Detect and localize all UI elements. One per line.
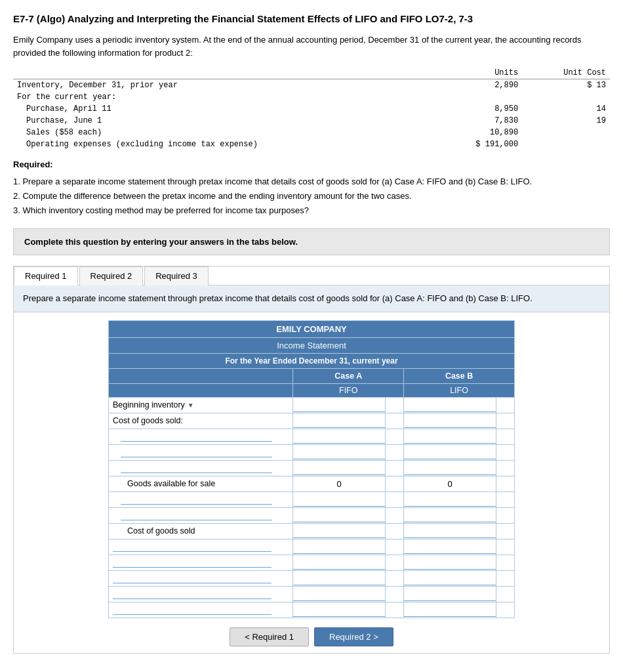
row-label-input-7[interactable]: [113, 558, 271, 568]
units-header: Units: [417, 67, 523, 79]
row-input-b-8[interactable]: [404, 555, 496, 570]
row-goods-available: Goods available for sale 0 0: [109, 476, 515, 492]
row-input-b-6[interactable]: [404, 507, 496, 523]
company-name: EMILY COMPANY: [109, 320, 515, 337]
nav-btn-required-1[interactable]: < Required 1: [230, 627, 309, 646]
row-input-a-6[interactable]: [293, 507, 386, 523]
cogs-subtotal-label: Cost of goods sold: [109, 523, 293, 539]
statement-title: Income Statement: [109, 337, 515, 353]
row-empty-5: [109, 507, 515, 523]
tab-instruction: Prepare a separate income statement thro…: [14, 285, 609, 312]
unit-cost-header: Unit Cost: [522, 67, 610, 79]
goods-available-val-a: 0: [293, 476, 386, 492]
question-1: 1. Prepare a separate income statement t…: [13, 175, 610, 189]
table-row: Purchase, April 11 8,950 14: [13, 103, 610, 115]
required-label: Required:: [13, 159, 610, 169]
beginning-inventory-input-b[interactable]: [404, 397, 496, 413]
table-row: For the current year:: [13, 91, 610, 103]
income-statement-wrapper: EMILY COMPANY Income Statement For the Y…: [14, 320, 609, 618]
intro-text: Emily Company uses a periodic inventory …: [13, 33, 610, 59]
row-input-a-7[interactable]: [293, 539, 386, 555]
cogs-label: Cost of goods sold:: [109, 413, 293, 429]
row-input-b-4[interactable]: [404, 460, 496, 476]
cogs-input-a1[interactable]: [293, 413, 386, 429]
beginning-inventory-input-a[interactable]: [293, 397, 386, 413]
complete-box-text: Complete this question by entering your …: [24, 237, 298, 247]
cogs-subtotal-input-b[interactable]: [404, 523, 496, 539]
cogs-input-b1[interactable]: [404, 413, 496, 429]
row-empty-10: [109, 602, 515, 618]
data-table: Units Unit Cost Inventory, December 31, …: [13, 67, 610, 150]
row-empty-8: [109, 570, 515, 586]
beginning-inventory-label: Beginning inventory ▼: [109, 397, 293, 413]
row-label-input-1[interactable]: [121, 432, 272, 442]
row-label-input-2[interactable]: [121, 448, 272, 457]
table-row: Operating expenses (excluding income tax…: [13, 138, 610, 150]
row-empty-4: [109, 492, 515, 507]
row-empty-1: [109, 429, 515, 444]
row-input-b-7[interactable]: [404, 539, 496, 555]
row-label-input-5[interactable]: [121, 511, 272, 520]
tab-required-3[interactable]: Required 3: [144, 266, 209, 285]
goods-available-label: Goods available for sale: [109, 476, 293, 492]
row-empty-7: [109, 555, 515, 570]
row-empty-9: [109, 586, 515, 602]
page-title: E7-7 (Algo) Analyzing and Interpreting t…: [13, 13, 610, 24]
question-3: 3. Which inventory costing method may be…: [13, 203, 610, 218]
row-beginning-inventory: Beginning inventory ▼: [109, 397, 515, 413]
table-row: Purchase, June 1 7,830 19: [13, 115, 610, 127]
col-a-sub: FIFO: [293, 383, 404, 397]
table-row: Sales ($58 each) 10,890: [13, 127, 610, 138]
row-input-b-9[interactable]: [404, 570, 496, 586]
row-input-a-2[interactable]: [293, 429, 386, 444]
empty-label-3: [109, 460, 293, 476]
tab-required-1[interactable]: Required 1: [14, 266, 78, 285]
question-2: 2. Compute the difference between the pr…: [13, 189, 610, 203]
questions: 1. Prepare a separate income statement t…: [13, 175, 610, 218]
row-empty-3: [109, 460, 515, 476]
row-input-b-5[interactable]: [404, 492, 496, 507]
row-input-b-2[interactable]: [404, 429, 496, 444]
beginning-inventory-dropdown[interactable]: ▼: [188, 402, 194, 409]
empty-label-5: [109, 507, 293, 523]
row-label-input-4[interactable]: [121, 495, 272, 505]
row-input-a-8[interactable]: [293, 555, 386, 570]
row-input-a-10[interactable]: [293, 586, 386, 602]
complete-box: Complete this question by entering your …: [13, 228, 610, 255]
bottom-nav: < Required 1 Required 2 >: [14, 627, 609, 653]
empty-label-1: [109, 429, 293, 444]
table-row: Inventory, December 31, prior year 2,890…: [13, 79, 610, 92]
row-cogs-label: Cost of goods sold:: [109, 413, 515, 429]
row-cogs-subtotal: Cost of goods sold: [109, 523, 515, 539]
empty-label-2: [109, 444, 293, 460]
date-line: For the Year Ended December 31, current …: [109, 353, 515, 368]
col-b-header: Case B: [404, 368, 515, 383]
tabs-container: Required 1 Required 2 Required 3 Prepare…: [13, 266, 610, 654]
goods-available-val-b: 0: [404, 476, 496, 492]
row-label-input-8[interactable]: [113, 574, 271, 583]
row-input-a-11[interactable]: [293, 602, 386, 618]
tabs-row: Required 1 Required 2 Required 3: [14, 266, 609, 285]
row-input-b-3[interactable]: [404, 444, 496, 460]
row-input-b-11[interactable]: [404, 602, 496, 618]
row-input-a-3[interactable]: [293, 444, 386, 460]
row-empty-6: [109, 539, 515, 555]
col-b-sub: LIFO: [404, 383, 515, 397]
row-input-a-4[interactable]: [293, 460, 386, 476]
row-empty-2: [109, 444, 515, 460]
row-label-input-6[interactable]: [113, 542, 271, 552]
row-input-b-10[interactable]: [404, 586, 496, 602]
row-input-a-9[interactable]: [293, 570, 386, 586]
row-input-a-5[interactable]: [293, 492, 386, 507]
tab-required-2[interactable]: Required 2: [79, 266, 144, 285]
income-statement-table: EMILY COMPANY Income Statement For the Y…: [108, 320, 515, 618]
nav-btn-required-2[interactable]: Required 2 >: [314, 627, 393, 646]
cogs-subtotal-input-a[interactable]: [293, 523, 386, 539]
col-a-header: Case A: [293, 368, 404, 383]
row-label-input-3[interactable]: [121, 463, 272, 473]
row-label-input-10[interactable]: [113, 605, 271, 615]
empty-label-4: [109, 492, 293, 507]
row-label-input-9[interactable]: [113, 589, 271, 599]
